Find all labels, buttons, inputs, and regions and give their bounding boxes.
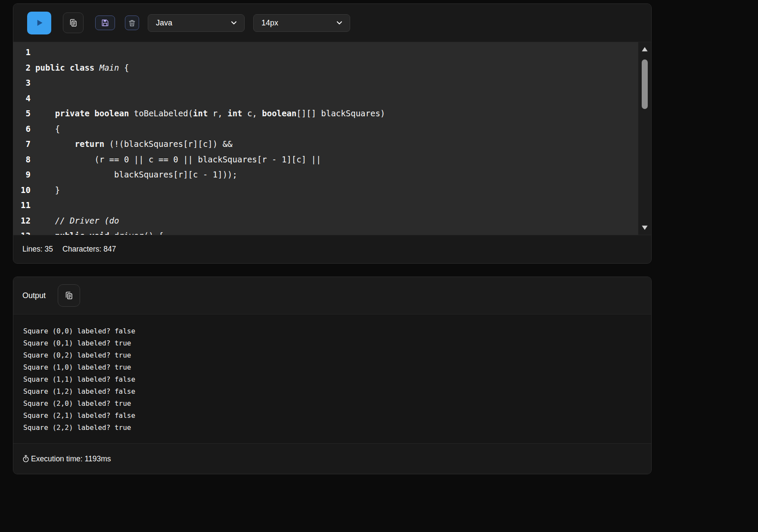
code-editor[interactable]: 12public class Main {345 private boolean…	[13, 42, 651, 235]
line-number: 4	[13, 91, 31, 106]
scroll-down-arrow[interactable]	[640, 223, 649, 232]
code-line: 6 {	[13, 121, 638, 137]
line-number: 13	[13, 228, 31, 235]
code-text	[31, 198, 35, 213]
save-button[interactable]	[95, 16, 115, 30]
output-title: Output	[22, 291, 46, 300]
code-line: 5 private boolean toBeLabeled(int r, int…	[13, 106, 638, 121]
line-number: 5	[13, 106, 31, 121]
code-text: blackSquares[r][c - 1]));	[31, 167, 237, 183]
line-number: 9	[13, 167, 31, 183]
code-line: 3	[13, 75, 638, 91]
code-line: 7 return (!(blackSquares[r][c]) &&	[13, 137, 638, 152]
copy-output-button[interactable]	[58, 284, 80, 307]
output-line: Square (1,1) labeled? false	[23, 373, 651, 386]
scrollbar-track[interactable]	[638, 54, 651, 223]
floppy-disk-icon	[101, 19, 109, 27]
copy-code-button[interactable]	[63, 12, 84, 33]
code-text: return (!(blackSquares[r][c]) &&	[31, 137, 233, 152]
play-icon	[34, 17, 45, 28]
characters-count: Characters: 847	[62, 245, 116, 254]
scroll-up-arrow[interactable]	[640, 45, 649, 54]
stopwatch-icon	[22, 454, 30, 463]
code-line: 2public class Main {	[13, 60, 638, 76]
line-number: 1	[13, 45, 31, 60]
line-number: 6	[13, 121, 31, 137]
code-line: 10 }	[13, 183, 638, 198]
code-text	[31, 75, 35, 91]
output-line: Square (2,1) labeled? false	[23, 410, 651, 422]
code-line: 13 public void driver() {	[13, 228, 638, 235]
delete-button[interactable]	[125, 16, 139, 30]
font-size-select[interactable]: 14px	[253, 14, 350, 32]
code-text: (r == 0 || c == 0 || blackSquares[r - 1]…	[31, 152, 321, 168]
trash-icon	[128, 19, 136, 27]
execution-time: Execution time: 1193ms	[31, 454, 111, 464]
code-text	[31, 45, 35, 60]
line-number: 8	[13, 152, 31, 168]
code-line: 1	[13, 45, 638, 60]
code-line: 12 // Driver (do	[13, 213, 638, 229]
code-line: 8 (r == 0 || c == 0 || blackSquares[r - …	[13, 152, 638, 168]
output-footer: Execution time: 1193ms	[13, 443, 651, 474]
font-size-select-value: 14px	[261, 19, 278, 28]
output-line: Square (1,2) labeled? false	[23, 386, 651, 398]
code-text	[31, 91, 35, 106]
code-text: public class Main {	[31, 60, 129, 76]
editor-statusbar: Lines: 35 Characters: 847	[13, 235, 651, 263]
lines-count: Lines: 35	[22, 245, 53, 254]
copy-icon	[64, 291, 74, 300]
code-text: }	[31, 183, 60, 198]
code-text: {	[31, 121, 60, 137]
code-line: 9 blackSquares[r][c - 1]));	[13, 167, 638, 183]
code-line: 11	[13, 198, 638, 213]
chevron-down-icon	[335, 19, 344, 27]
scrollbar-thumb[interactable]	[642, 59, 648, 109]
output-line: Square (2,0) labeled? true	[23, 398, 651, 410]
editor-panel: Java 14px 12public class Main {345 priva…	[13, 3, 652, 264]
app-container: Java 14px 12public class Main {345 priva…	[13, 3, 652, 474]
code-text: public void driver() {	[31, 228, 163, 235]
output-line: Square (0,0) labeled? false	[23, 325, 651, 337]
output-lines: Square (0,0) labeled? falseSquare (0,1) …	[13, 314, 651, 443]
language-select-value: Java	[156, 19, 172, 28]
output-header: Output	[13, 277, 651, 314]
output-panel: Output Square (0,0) labeled? falseSquare…	[13, 277, 652, 474]
editor-toolbar: Java 14px	[13, 4, 651, 42]
code-line: 4	[13, 91, 638, 106]
output-line: Square (2,2) labeled? true	[23, 422, 651, 434]
copy-icon	[68, 18, 78, 28]
line-number: 10	[13, 183, 31, 198]
language-select[interactable]: Java	[148, 14, 245, 32]
line-number: 12	[13, 213, 31, 229]
line-number: 7	[13, 137, 31, 152]
run-button[interactable]	[27, 12, 51, 34]
line-number: 11	[13, 198, 31, 213]
output-line: Square (1,0) labeled? true	[23, 361, 651, 373]
code-text: private boolean toBeLabeled(int r, int c…	[31, 106, 385, 121]
line-number: 2	[13, 60, 31, 76]
code-lines[interactable]: 12public class Main {345 private boolean…	[13, 42, 638, 235]
output-line: Square (0,1) labeled? true	[23, 337, 651, 349]
output-line: Square (0,2) labeled? true	[23, 349, 651, 361]
chevron-down-icon	[230, 19, 238, 27]
code-text: // Driver (do	[31, 213, 119, 229]
editor-scrollbar[interactable]	[638, 42, 651, 235]
line-number: 3	[13, 75, 31, 91]
